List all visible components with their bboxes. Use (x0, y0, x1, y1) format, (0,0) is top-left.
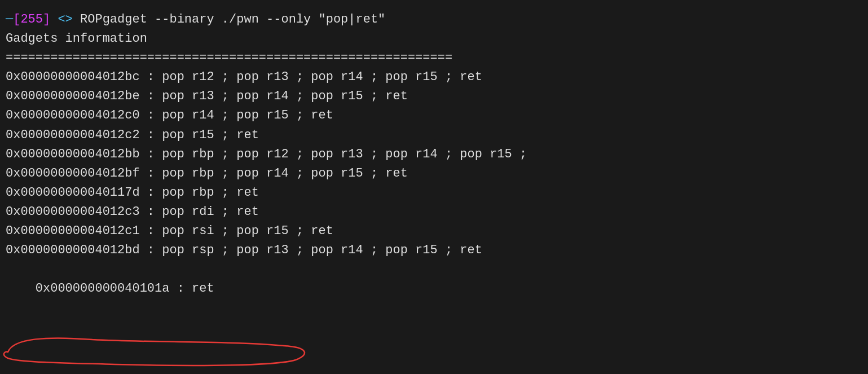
gadget-line-8: 0x00000000004012c3 : pop rdi ; ret (2, 203, 866, 222)
gadgets-header: Gadgets information (2, 29, 866, 49)
dash-icon: ─ (6, 12, 13, 27)
last-gadget-addr: 0x000000000040101a (36, 281, 170, 296)
gadget-line-3: 0x00000000004012c0 : pop r14 ; pop r15 ;… (2, 106, 866, 125)
prompt-line: ─[255] <> ROPgadget --binary ./pwn --onl… (2, 10, 866, 29)
last-gadget-instruction: : ret (169, 281, 214, 296)
gadget-line-6: 0x00000000004012bf : pop rbp ; pop r14 ;… (2, 164, 866, 183)
gadget-line-5: 0x00000000004012bb : pop rbp ; pop r12 ;… (2, 145, 866, 164)
gadget-line-10: 0x00000000004012bd : pop rsp ; pop r13 ;… (2, 241, 866, 260)
red-circle-annotation (2, 335, 318, 369)
prompt-number: [255] (13, 12, 50, 27)
separator-line: ========================================… (2, 49, 866, 68)
terminal-window: ─[255] <> ROPgadget --binary ./pwn --onl… (0, 5, 868, 362)
gadget-line-1: 0x00000000004012bc : pop r12 ; pop r13 ;… (2, 68, 866, 87)
command-text: ROPgadget --binary ./pwn --only "pop|ret… (73, 12, 386, 27)
gadget-line-11-container: 0x000000000040101a : ret (2, 260, 866, 356)
gadget-line-2: 0x00000000004012be : pop r13 ; pop r14 ;… (2, 87, 866, 106)
diamond-icon: <> (58, 12, 72, 27)
gadget-line-9: 0x00000000004012c1 : pop rsi ; pop r15 ;… (2, 222, 866, 241)
gadget-line-4: 0x00000000004012c2 : pop r15 ; ret (2, 126, 866, 145)
gadget-line-7: 0x000000000040117d : pop rbp ; ret (2, 183, 866, 203)
